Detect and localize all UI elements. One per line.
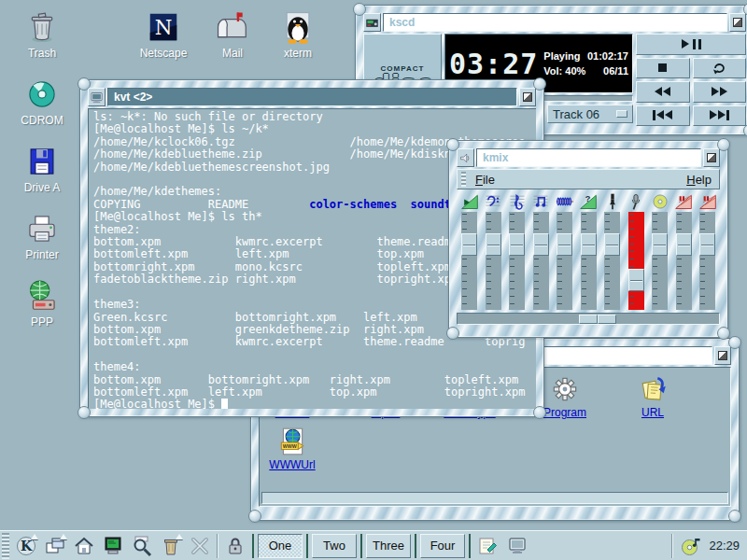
slider-handle[interactable]	[604, 233, 620, 256]
slider-handle[interactable]	[509, 233, 525, 256]
kfm-item-label: Program	[543, 406, 586, 419]
window-corner-knob	[446, 327, 459, 340]
channel-slider[interactable]	[604, 212, 620, 310]
cd-audio-icon[interactable]	[650, 192, 670, 211]
window-list-button[interactable]	[43, 534, 67, 558]
maximize-button[interactable]	[729, 13, 746, 32]
unknown-ramp-icon[interactable]: ?	[578, 192, 599, 211]
loop-button[interactable]	[693, 58, 747, 79]
bass-clef-icon[interactable]	[483, 192, 503, 211]
slider-handle[interactable]	[533, 233, 549, 256]
notes-app-button[interactable]	[475, 534, 500, 558]
mixer-channel	[672, 192, 696, 310]
track-selector[interactable]: Track 06	[547, 105, 633, 123]
home-folder-button[interactable]	[72, 534, 96, 558]
slider-handle[interactable]	[461, 233, 477, 256]
window-corner-knob	[78, 77, 91, 91]
output-red-2-icon[interactable]	[698, 192, 718, 211]
slider-handle[interactable]	[676, 233, 692, 256]
terminal-app-button[interactable]	[101, 534, 125, 558]
desktop-button-three[interactable]: Three	[366, 534, 411, 558]
desktop-icon-trash[interactable]: Trash	[7, 9, 77, 60]
kscd-tray-icon[interactable]	[679, 534, 703, 558]
menu-file[interactable]: File	[475, 173, 495, 187]
svg-text:K: K	[21, 539, 33, 553]
window-kill-button[interactable]	[188, 534, 212, 558]
desktop-icon-netscape[interactable]: NNetscape	[129, 9, 198, 60]
channel-slider[interactable]	[557, 212, 572, 310]
menu-help[interactable]: Help	[686, 173, 712, 187]
fast-forward-button[interactable]	[693, 81, 747, 103]
desktop-icon-mail[interactable]: Mail	[198, 9, 267, 60]
microphone-icon[interactable]	[626, 192, 646, 211]
find-files-button[interactable]	[130, 534, 154, 558]
panel-taskbar-icons	[475, 534, 529, 558]
www-globe-icon: WWW	[276, 426, 308, 457]
slider-handle[interactable]	[699, 233, 715, 256]
slider-handle[interactable]	[557, 233, 572, 256]
kscd-titlebar[interactable]: kscd	[363, 13, 746, 32]
kde-panel: K OneTwoThreeFour 22:29	[0, 530, 747, 560]
maximize-button[interactable]	[519, 88, 536, 106]
desktop-icon-cdrom[interactable]: CDROM	[7, 77, 77, 127]
kmix-titlebar[interactable]: kmix	[457, 148, 720, 167]
channel-slider[interactable]	[533, 212, 549, 310]
cdrom-icon	[24, 77, 60, 112]
maximize-button[interactable]	[703, 148, 720, 167]
lcd-track-time: 03:27	[449, 48, 538, 80]
channel-slider[interactable]	[676, 212, 692, 310]
desktop-icon-printer[interactable]: Printer	[7, 211, 77, 261]
channel-slider[interactable]	[652, 212, 668, 310]
panel-hide-handle[interactable]	[2, 533, 9, 559]
output-red-1-icon[interactable]	[673, 192, 694, 211]
kfm-item-label: WWWUrl	[269, 458, 315, 471]
music-notes-icon[interactable]	[530, 192, 551, 211]
kfm-item-wwwurl[interactable]: WWWWWWUrl	[260, 426, 325, 471]
play-pause-button[interactable]	[636, 34, 746, 55]
kvt-titlebar[interactable]: kvt <2>	[88, 88, 536, 106]
channel-slider[interactable]	[581, 212, 597, 310]
terminal-cursor	[221, 399, 228, 409]
slider-handle[interactable]	[581, 233, 597, 256]
desktop-icon-xterm[interactable]: xterm	[263, 9, 332, 60]
desktop-button-one[interactable]: One	[258, 534, 303, 558]
slider-handle[interactable]	[652, 233, 668, 256]
slider-handle[interactable]	[486, 233, 501, 256]
k-menu-button[interactable]: K	[14, 534, 38, 558]
lcd-volume: Vol: 40%	[543, 65, 585, 77]
popup-arrow-icon	[60, 534, 67, 539]
volume-ramp-icon[interactable]	[459, 192, 480, 211]
channel-slider[interactable]	[461, 212, 477, 310]
mixer-scrollbar[interactable]	[457, 313, 720, 325]
cd-player-icon[interactable]	[363, 13, 381, 32]
synth-wave-icon[interactable]	[555, 192, 575, 211]
line-in-plug-icon[interactable]	[602, 192, 623, 211]
channel-slider[interactable]	[699, 212, 715, 310]
kvt-taskbar-button[interactable]	[505, 534, 529, 558]
channel-slider[interactable]	[628, 212, 644, 310]
slider-handle[interactable]	[628, 269, 644, 291]
channel-slider[interactable]	[509, 212, 525, 310]
stop-button[interactable]	[636, 58, 690, 79]
netscape-icon: N	[146, 9, 181, 45]
scrollbar-thumb[interactable]	[579, 315, 616, 324]
maximize-button[interactable]	[714, 346, 731, 365]
kscd-title: kscd	[383, 13, 727, 32]
terminal-icon[interactable]	[88, 88, 106, 106]
mixer-channel	[648, 192, 671, 310]
terminal-line: ls: ~k*: No such file or directory	[93, 111, 531, 123]
lock-screen-button[interactable]	[223, 534, 247, 558]
desktop-button-two[interactable]: Two	[312, 534, 357, 558]
desktop-icon-drive-a[interactable]: Drive A	[7, 144, 77, 194]
kfm-item-url[interactable]: URL	[620, 373, 685, 419]
menu-tearoff-handle[interactable]	[461, 172, 466, 187]
rewind-button[interactable]	[636, 81, 690, 103]
desktop-icon-ppp[interactable]: PPP	[7, 278, 77, 329]
treble-clef-icon[interactable]	[507, 192, 528, 211]
channel-slider[interactable]	[486, 212, 501, 310]
trash-applet-button[interactable]	[159, 534, 183, 558]
desktop-button-four[interactable]: Four	[420, 534, 465, 558]
speaker-icon[interactable]	[457, 148, 474, 167]
next-track-button[interactable]	[693, 105, 747, 127]
previous-track-button[interactable]	[636, 105, 690, 127]
